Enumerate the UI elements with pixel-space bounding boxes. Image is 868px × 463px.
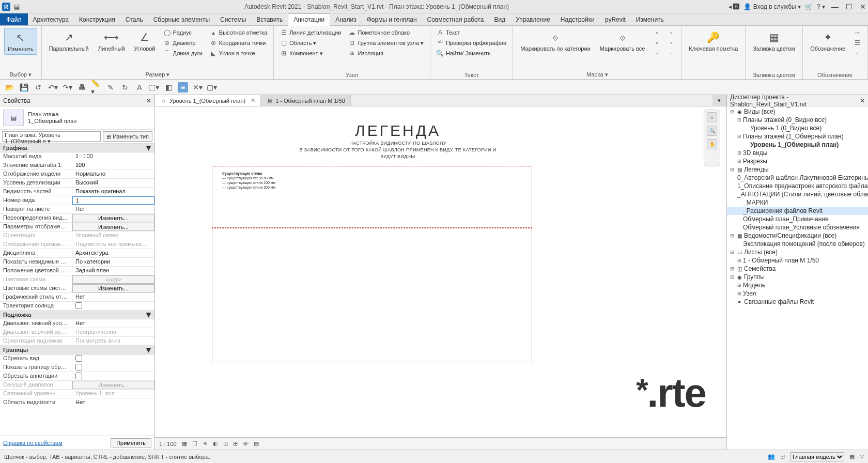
menu-вставить[interactable]: Вставить	[251, 13, 288, 25]
prop-row[interactable]: Диапазон: нижний уров...Нет	[0, 319, 154, 328]
menu-вид[interactable]: Вид	[489, 13, 510, 25]
modify-button[interactable]: ↖ Изменить	[4, 28, 37, 55]
prop-row[interactable]: Уровень детализацииВысокий	[0, 179, 154, 188]
nav-pan-icon[interactable]: ✋	[707, 139, 717, 149]
findreplace-button[interactable]: 🔍Найти/ Заменить	[435, 49, 508, 58]
tree-item[interactable]: ⊟▤Легенды	[727, 165, 868, 174]
cart-icon[interactable]: 🛒	[805, 3, 813, 10]
sym-small-3[interactable]: ▫	[851, 49, 863, 58]
prop-row[interactable]: Показать границу обрезки	[0, 363, 154, 372]
menu-системы[interactable]: Системы	[215, 13, 251, 25]
file-menu[interactable]: Файл	[0, 13, 28, 25]
status-model-select[interactable]: Главная модель	[790, 452, 844, 461]
menu-формы и генплан[interactable]: Формы и генплан	[362, 13, 422, 25]
minimize-button[interactable]: —	[831, 3, 839, 11]
angular-dim-button[interactable]: ∠Угловой	[131, 28, 159, 54]
menu-сборные элементы[interactable]: Сборные элементы	[148, 13, 215, 25]
info-center-icon[interactable]: ◂ 🅰	[729, 3, 739, 10]
crop-icon[interactable]: ⊡	[223, 440, 228, 447]
tree-item[interactable]: ⊟▭Листы (все)	[727, 248, 868, 256]
tree-item[interactable]: Обмерный план_Условные обозначения	[727, 223, 868, 232]
status-filter-icon[interactable]: ▽	[860, 453, 864, 460]
spot-slope-button[interactable]: ◣Уклон в точке	[208, 49, 269, 58]
detail-level-icon[interactable]: ▦	[182, 440, 187, 447]
navigation-bar[interactable]: ⌂ 🔍 ✋	[704, 110, 720, 166]
qat-tag-icon[interactable]: ↻	[120, 82, 130, 92]
prop-row[interactable]: Значение масштаба 1:100	[0, 161, 154, 170]
menu-надстройки[interactable]: Надстройки	[555, 13, 600, 25]
tag-small-3[interactable]: ▫	[651, 49, 662, 58]
region-button[interactable]: ▢Область ▾	[278, 38, 343, 48]
tree-item[interactable]: Экспликация помещений (после обмеров)	[727, 240, 868, 248]
qat-thinlines-icon[interactable]: ≡	[178, 82, 188, 92]
menu-архитектура[interactable]: Архитектура	[28, 13, 74, 25]
detailgroup-button[interactable]: ⊡Группа элементов узла ▾	[346, 38, 426, 48]
qat-redo-icon[interactable]: ↷▾	[62, 82, 72, 92]
prop-row[interactable]: Область видимостиНет	[0, 398, 154, 407]
prop-row[interactable]: ОриентацияУсловный север	[0, 232, 154, 240]
visual-style-icon[interactable]: ☐	[192, 440, 197, 447]
drawing-canvas[interactable]: ЛЕГЕНДА НАСТРОЙКА ВИДИМОСТИ ПО ШАБЛОНУ В…	[155, 106, 726, 437]
radius-button[interactable]: ◯Радиус	[161, 28, 204, 37]
prop-row[interactable]: Цветовые схемы системыИзменить...	[0, 284, 154, 293]
text-button[interactable]: AТекст	[435, 28, 508, 37]
prop-row[interactable]: Видимость частейПоказать оригинал	[0, 188, 154, 196]
menu-анализ[interactable]: Анализ	[330, 13, 362, 25]
sunpath-icon[interactable]: ☀	[203, 440, 208, 447]
maximize-button[interactable]: ☐	[846, 3, 853, 11]
prop-row[interactable]: Масштаб вида1 : 100	[0, 152, 154, 161]
tag-by-category-button[interactable]: ⟐Маркировать по категории	[517, 28, 594, 54]
tab-close-icon[interactable]: ✕	[251, 97, 255, 104]
spellcheck-button[interactable]: ᵃᵇПроверка орфографии	[435, 38, 508, 48]
tree-item[interactable]: ⊞1 - Обмерный план М 1/50	[727, 256, 868, 265]
project-browser-tree[interactable]: ⊟◉Виды (все)⊟Планы этажей (0_Видно все)У…	[727, 106, 868, 450]
prop-row[interactable]: Ориентация подложкиПосмотреть вниз	[0, 337, 154, 346]
keynote-button[interactable]: 🔑Ключевая пометка	[686, 28, 741, 54]
scale-control[interactable]: 1 : 100	[159, 441, 177, 447]
tree-item[interactable]: Обмерный план_Примечание	[727, 215, 868, 223]
prop-row[interactable]: Связанный уровеньУровень 1_пол	[0, 390, 154, 398]
apply-button[interactable]: Применить	[111, 438, 151, 447]
sym-small-2[interactable]: ☰	[851, 38, 863, 48]
tree-item[interactable]: ⊞3D виды	[727, 149, 868, 157]
qat-switch-icon[interactable]: ▢▾	[207, 82, 217, 92]
tree-item[interactable]: ⊟Планы этажей (0_Видно все)	[727, 116, 868, 124]
qat-dim-icon[interactable]: ✎	[105, 82, 116, 92]
tree-item[interactable]: 0_Авторский шаблон Лакутиновой Екатерины	[727, 174, 868, 182]
prop-row[interactable]: Номер вида1	[0, 196, 154, 205]
prop-row[interactable]: Положение цветовой сх...Задний план	[0, 267, 154, 275]
prop-row[interactable]: Диапазон: верхний уров...Неограниченно	[0, 328, 154, 337]
qat-print-icon[interactable]: 🖶	[76, 82, 87, 92]
menu-аннотации[interactable]: Аннотации	[288, 13, 330, 26]
help-icon[interactable]: ? ▾	[817, 3, 825, 10]
prop-section[interactable]: Графика⯆	[0, 144, 154, 152]
prop-row[interactable]: Обрезать вид	[0, 354, 154, 363]
menu-конструкция[interactable]: Конструкция	[74, 13, 120, 25]
edit-type-button[interactable]: ⊞ Изменить тип	[103, 131, 152, 142]
spot-coord-button[interactable]: ⊕Координата точки	[208, 38, 269, 48]
prop-row[interactable]: Параметры отображени...Изменить...	[0, 223, 154, 232]
prop-row[interactable]: Переопределения види...Изменить...	[0, 214, 154, 223]
nav-zoom-icon[interactable]: 🔍	[707, 126, 717, 136]
tree-item[interactable]: _МАРКИ	[727, 198, 868, 207]
login-button[interactable]: 👤 Вход в службы ▾	[743, 3, 801, 10]
menu-pyrevit[interactable]: pyRevit	[600, 13, 631, 25]
menu-управление[interactable]: Управление	[510, 13, 555, 25]
arclength-button[interactable]: ⌒Длина дуги	[161, 49, 204, 58]
crop-region-2[interactable]	[212, 228, 532, 362]
menu-изменить[interactable]: Изменить	[631, 13, 669, 25]
prop-section[interactable]: Границы⯆	[0, 346, 154, 354]
tree-item[interactable]: ⊟◉Виды (все)	[727, 107, 868, 116]
tree-item[interactable]: ⚭Связанные файлы Revit	[727, 298, 868, 306]
qat-section-icon[interactable]: ◧	[163, 82, 174, 92]
status-select-icon[interactable]: ▦	[849, 453, 855, 460]
tree-item[interactable]: ⊞Модель	[727, 281, 868, 289]
tree-item[interactable]: 1_Описание преднастроек авторского файла…	[727, 182, 868, 190]
shadows-icon[interactable]: ◐	[213, 440, 218, 447]
tree-item[interactable]: _АННОТАЦИИ (Стили линий, цветовые област…	[727, 190, 868, 198]
tree-item[interactable]: _Расширения файлов Revit	[727, 207, 868, 215]
tree-item[interactable]: ⊟▦Ведомости/Спецификации (все)	[727, 232, 868, 240]
qat-measure-icon[interactable]: 📏▾	[91, 82, 101, 92]
tree-item[interactable]: ⊞Узел	[727, 289, 868, 298]
prop-row[interactable]: Отображение примыка...Подчистить все при…	[0, 240, 154, 249]
